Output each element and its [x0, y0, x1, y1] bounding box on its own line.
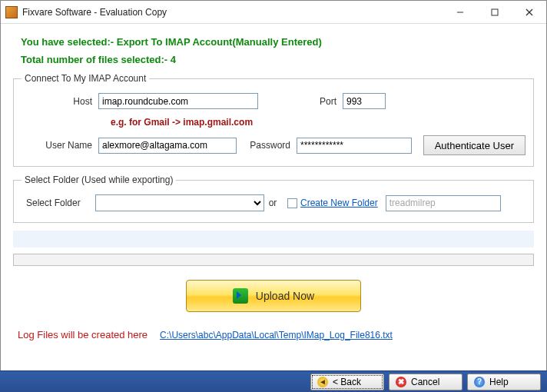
select-folder-dropdown[interactable] — [95, 194, 264, 211]
imap-group: Connect To My IMAP Account Host Port e.g… — [13, 73, 534, 167]
help-icon: ? — [474, 377, 485, 387]
select-folder-label: Select Folder — [22, 198, 95, 208]
upload-button-label: Upload Now — [256, 290, 314, 302]
folder-group-legend: Select Folder (Used while exporting) — [22, 174, 176, 185]
help-button-label: Help — [489, 377, 509, 387]
host-label: Host — [22, 96, 98, 107]
back-button-label: < Back — [333, 377, 361, 387]
app-icon — [5, 6, 18, 18]
upload-icon — [233, 288, 248, 304]
cancel-button-label: Cancel — [411, 377, 439, 387]
cancel-icon: ✖ — [396, 377, 406, 387]
selection-text: You have selected:- Export To IMAP Accou… — [21, 36, 534, 48]
port-input[interactable] — [343, 93, 386, 109]
back-button[interactable]: ◄ < Back — [310, 374, 384, 390]
maximize-button[interactable] — [477, 1, 512, 23]
cancel-button[interactable]: ✖ Cancel — [389, 374, 462, 390]
bottom-bar: ◄ < Back ✖ Cancel ? Help — [0, 370, 547, 392]
minimize-button[interactable] — [443, 1, 477, 23]
svg-rect-1 — [492, 9, 498, 15]
back-icon: ◄ — [317, 377, 328, 387]
folder-group: Select Folder (Used while exporting) Sel… — [13, 174, 534, 223]
password-input[interactable] — [297, 138, 412, 154]
close-button[interactable] — [512, 1, 546, 23]
password-label: Password — [237, 140, 297, 151]
imap-group-legend: Connect To My IMAP Account — [22, 73, 149, 84]
log-label: Log Files will be created here — [18, 329, 148, 341]
titlebar: Fixvare Software - Evaluation Copy — [1, 1, 546, 24]
status-strip — [13, 231, 534, 247]
create-folder-checkbox[interactable] — [287, 198, 297, 208]
window-title: Fixvare Software - Evaluation Copy — [22, 7, 443, 18]
log-line: Log Files will be created here C:\Users\… — [13, 329, 534, 347]
username-input[interactable] — [98, 138, 237, 154]
create-folder-link[interactable]: Create New Folder — [300, 198, 378, 208]
log-path-link[interactable]: C:\Users\abc\AppData\Local\Temp\IMap_Log… — [160, 330, 393, 341]
port-label: Port — [266, 96, 343, 107]
progress-bar — [13, 254, 534, 266]
files-count-text: Total number of files selected:- 4 — [21, 54, 534, 65]
host-hint: e.g. for Gmail -> imap.gmail.com — [111, 117, 525, 128]
upload-button[interactable]: Upload Now — [186, 280, 361, 312]
content-area: You have selected:- Export To IMAP Accou… — [1, 24, 546, 347]
help-button[interactable]: ? Help — [467, 374, 541, 390]
username-label: User Name — [22, 140, 98, 151]
host-input[interactable] — [98, 93, 258, 109]
new-folder-input — [386, 195, 501, 211]
authenticate-button[interactable]: Authenticate User — [423, 135, 525, 155]
or-label: or — [264, 198, 287, 208]
